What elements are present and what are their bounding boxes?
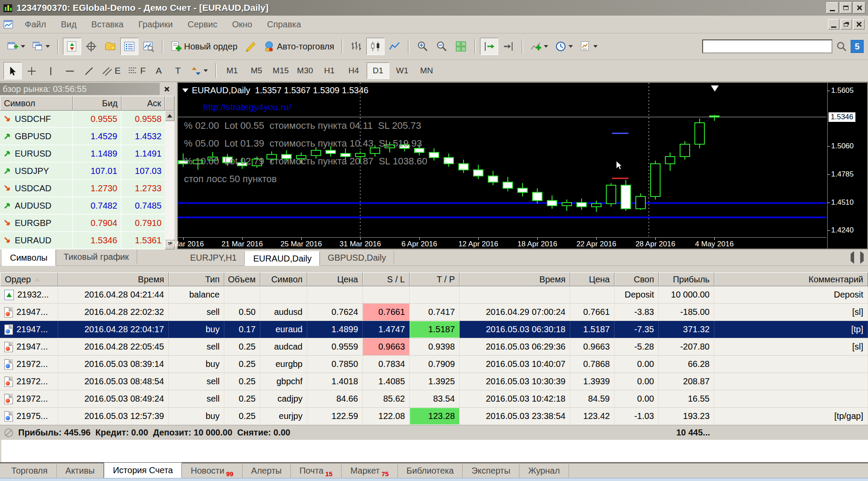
strategy-link[interactable]: http://strategy4you.ru/ [203,102,291,112]
fibonacci-tool-button[interactable]: F [125,62,149,79]
mw-col-1[interactable]: Бид [73,96,122,111]
terminal-tab-активы[interactable]: Активы [57,464,104,478]
terminal-tab-новости[interactable]: Новости99 [182,464,242,478]
chart-title[interactable]: EURAUD,Daily 1.5357 1.5367 1.5309 1.5346 [182,85,368,95]
mql5-button[interactable]: 5 [851,40,864,53]
menu-item-окно[interactable]: Окно [225,18,260,31]
menu-item-вставка[interactable]: Вставка [84,18,131,31]
history-col-9[interactable]: Цена [570,272,615,286]
timeframe-m1[interactable]: M1 [221,62,243,79]
mw-row-eurusd[interactable]: EURUSD1.14891.1491 [0,145,165,163]
timeframe-m15[interactable]: M15 [270,62,292,79]
history-col-7[interactable]: T / P [410,272,460,286]
mw-row-usdcad[interactable]: USDCAD1.27301.2733 [0,180,165,197]
market-watch-button[interactable] [63,38,81,55]
history-row[interactable]: 21932...2016.04.28 04:21:44balanceDeposi… [0,286,868,304]
horizontal-line-tool-button[interactable] [61,62,79,79]
menu-item-вид[interactable]: Вид [53,18,84,31]
vertical-line-tool-button[interactable] [42,62,60,79]
indicators-button[interactable] [527,38,551,55]
mw-row-eurgbp[interactable]: EURGBP0.79040.7910 [0,215,165,232]
chart-line-button[interactable] [385,38,404,55]
templates-button[interactable] [577,38,601,55]
mw-row-euraud[interactable]: EURAUD1.53461.5361 [0,232,165,249]
search-icon[interactable] [836,41,847,52]
history-col-10[interactable]: Своп [615,272,659,286]
mw-row-audusd[interactable]: AUDUSD0.74820.7485 [0,197,165,215]
arrows-tool-button[interactable] [188,62,211,79]
mw-tab-символы[interactable]: Символы [2,249,56,266]
new-order-button[interactable]: Новый ордер [168,38,240,55]
chart-candles-button[interactable] [366,38,385,55]
mw-row-usdchf[interactable]: USDCHF0.95550.9558 [0,111,165,128]
menu-item-сервис[interactable]: Сервис [180,18,225,31]
child-close-icon[interactable] [853,19,865,29]
menu-item-файл[interactable]: Файл [17,18,53,31]
chart-tab-eurjpy-h1[interactable]: EURJPY,H1 [182,251,245,264]
history-col-4[interactable]: Символ [260,272,307,286]
cursor-tool-button[interactable] [3,62,22,79]
timeframe-h4[interactable]: H4 [342,62,365,79]
periods-button[interactable] [552,38,576,55]
timeframe-w1[interactable]: W1 [391,62,414,79]
terminal-tab-торговля[interactable]: Торговля [3,464,57,478]
tile-windows-button[interactable] [452,38,470,55]
maximize-icon[interactable] [840,2,852,13]
history-row[interactable]: 21947...2016.04.28 22:05:45sell0.25audca… [0,338,868,356]
history-col-8[interactable]: Время [460,272,570,286]
history-row[interactable]: 21947...2016.04.28 22:04:17buy0.17euraud… [0,321,868,338]
history-col-0[interactable]: Ордер [0,272,58,286]
history-col-12[interactable]: Комментарий [714,272,868,286]
crosshair-tool-button[interactable] [23,62,41,79]
equidistant-channel-tool-button[interactable]: E [99,62,124,79]
chart-bars-button[interactable] [347,38,365,55]
child-minimize-icon[interactable] [828,19,839,29]
terminal-tab-библиотека[interactable]: Библиотека [398,464,463,478]
autotrade-button[interactable]: Авто-торговля [260,38,337,55]
chart-plot[interactable]: EURAUD,Daily 1.5357 1.5367 1.5309 1.5346… [178,83,826,236]
mw-row-gbpusd[interactable]: GBPUSD1.45291.4532 [0,128,165,145]
search-input[interactable] [702,39,832,53]
terminal-tab-эксперты[interactable]: Эксперты [463,464,519,478]
zoom-in-button[interactable] [414,38,432,55]
chart-shift-button[interactable] [499,38,517,55]
text-tool-button[interactable]: A [150,62,168,79]
history-row[interactable]: 21947...2016.04.28 22:02:32sell0.50audus… [0,304,868,321]
market-watch-caption[interactable]: бзор рынка: 03:56:55 [0,83,160,95]
history-col-1[interactable]: Время [58,272,169,286]
terminal-tab-история-счета[interactable]: История Счета [104,462,182,478]
history-row[interactable]: 21972...2016.05.03 08:48:54sell0.25gbpch… [0,373,868,390]
history-row[interactable]: 21972...2016.05.03 08:39:14buy0.25eurgbp… [0,356,868,373]
terminal-tab-журнал[interactable]: Журнал [519,464,569,478]
history-row[interactable]: 21975...2016.05.03 12:57:39buy0.25eurjpy… [0,408,868,425]
timeframe-mn[interactable]: MN [415,62,438,79]
data-window-button[interactable] [82,38,100,55]
mw-col-2[interactable]: Аск [122,96,165,111]
timeframe-d1[interactable]: D1 [367,62,389,79]
close-icon[interactable] [853,2,865,13]
strategy-tester-button[interactable] [139,38,158,55]
timeframe-m5[interactable]: M5 [245,62,268,79]
mw-row-usdjpy[interactable]: USDJPY107.01107.03 [0,163,165,180]
menu-item-графики[interactable]: Графики [131,18,181,31]
date-axis[interactable]: 15 Mar 201621 Mar 201625 Mar 201631 Mar … [178,237,826,249]
new-chart-button[interactable] [4,38,28,55]
mw-tab-тиковый-график[interactable]: Тиковый график [56,249,137,264]
scroll-up-icon[interactable] [165,111,174,121]
trendline-tool-button[interactable] [80,62,98,79]
child-restore-icon[interactable] [841,19,852,29]
market-watch-scrollbar[interactable] [165,111,174,249]
mw-col-0[interactable]: Символ [0,96,73,111]
chart-tab-euraud-daily[interactable]: EURAUD,Daily [245,251,319,266]
terminal-button[interactable] [120,38,138,55]
navigator-button[interactable] [101,38,119,55]
tabs-scroll-left-icon[interactable] [851,254,854,262]
history-col-2[interactable]: Тип [169,272,224,286]
zoom-out-button[interactable] [433,38,451,55]
history-row[interactable]: 21972...2016.05.03 08:49:24sell0.25cadjp… [0,390,868,408]
metaeditor-button[interactable] [241,38,260,55]
terminal-tab-почта[interactable]: Почта15 [291,464,342,478]
chart-tab-gbpusd-daily[interactable]: GBPUSD,Daily [320,251,394,264]
history-col-11[interactable]: Прибыль [659,272,714,286]
history-col-3[interactable]: Объем [224,272,260,286]
